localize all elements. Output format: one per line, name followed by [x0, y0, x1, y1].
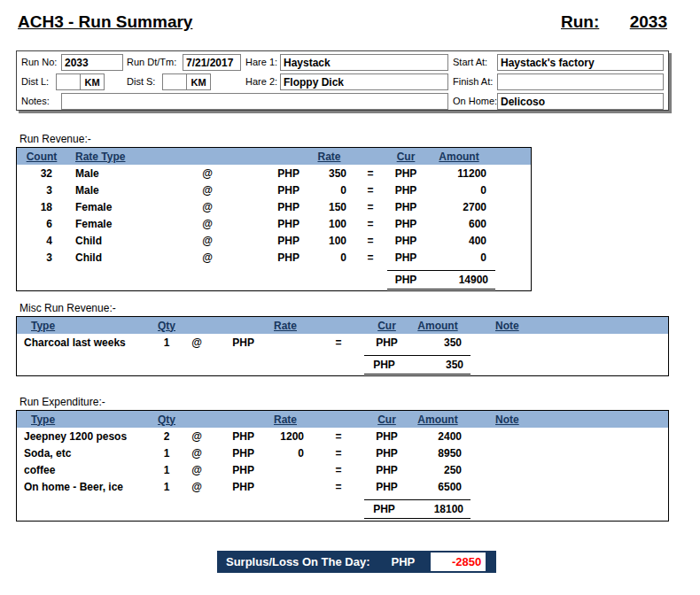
run-no-label: Run No: [21, 57, 57, 67]
hare1-input[interactable] [280, 54, 448, 71]
rate-header: Rate [263, 413, 307, 426]
amount-header: Amount [407, 320, 469, 332]
amount-cell: 400 [424, 235, 494, 247]
revenue-row: 18 Female @ PHP 150 = PHP 2700 [17, 198, 531, 215]
at-sign: @ [194, 218, 221, 230]
equals-sign: = [321, 336, 356, 349]
currency-cell: PHP [221, 184, 305, 197]
equals-sign: = [354, 201, 387, 213]
qty-cell: 1 [150, 481, 183, 493]
rate-type-cell: Male [70, 184, 194, 197]
currency-cell: PHP [387, 184, 424, 197]
finish-at-label: Finish At: [453, 76, 493, 87]
notes-input[interactable] [61, 93, 448, 110]
at-sign: @ [194, 235, 221, 247]
amount-cell: 0 [424, 184, 494, 197]
at-sign: @ [183, 464, 210, 476]
type-cell: Jeepney 1200 pesos [17, 430, 150, 443]
expenditure-total: PHP 18100 [364, 499, 471, 519]
currency-cell: PHP [367, 430, 407, 443]
at-sign: @ [194, 201, 221, 213]
count-cell: 3 [17, 251, 70, 264]
currency-cell: PHP [367, 464, 407, 476]
count-cell: 18 [17, 201, 70, 213]
amount-cell: 600 [424, 218, 494, 230]
revenue-total: PHP 14900 [387, 270, 495, 290]
at-sign: @ [183, 430, 210, 443]
rate-header: Rate [263, 320, 307, 332]
total-currency: PHP [364, 503, 404, 515]
qty-cell: 1 [150, 336, 183, 349]
expenditure-row: Soda, etc 1 @ PHP 0 = PHP 8950 [17, 444, 668, 461]
type-cell: Charcoal last weeks [17, 336, 150, 349]
surplus-currency: PHP [392, 555, 416, 568]
revenue-row: 6 Female @ PHP 100 = PHP 600 [17, 215, 531, 232]
equals-sign: = [321, 447, 356, 460]
currency-cell: PHP [387, 167, 424, 180]
count-header: Count [17, 151, 70, 163]
equals-sign: = [354, 184, 387, 197]
run-summary-page: ACH3 - Run Summary Run: 2033 Run No: Run… [0, 0, 700, 595]
currency-cell: PHP [221, 201, 305, 213]
currency-cell: PHP [210, 481, 263, 493]
misc-total: PHP 350 [364, 355, 471, 375]
run-number: 2033 [630, 12, 667, 32]
misc-revenue-table: Type Qty Rate Cur Amount Note Charcoal l… [16, 316, 669, 376]
rate-type-cell: Female [70, 201, 194, 213]
qty-cell: 1 [150, 464, 183, 476]
note-header: Note [469, 320, 668, 332]
qty-header: Qty [150, 320, 183, 332]
dist-s-input[interactable] [162, 73, 187, 90]
equals-sign: = [321, 481, 356, 493]
rate-cell: 350 [305, 167, 354, 180]
amount-cell: 2700 [424, 201, 494, 213]
currency-cell: PHP [367, 447, 407, 460]
run-dt-input[interactable] [183, 54, 241, 71]
currency-cell: PHP [387, 235, 424, 247]
currency-cell: PHP [210, 336, 263, 349]
start-at-input[interactable] [497, 54, 664, 71]
revenue-header-row: Count Rate Type Rate Cur Amount [17, 148, 531, 165]
amount-cell: 11200 [424, 167, 494, 180]
equals-sign: = [354, 251, 387, 264]
revenue-table: Count Rate Type Rate Cur Amount 32 Male … [16, 147, 532, 291]
amount-header: Amount [407, 413, 469, 426]
misc-row: Charcoal last weeks 1 @ PHP = PHP 350 [17, 334, 668, 351]
rate-header: Rate [305, 151, 354, 163]
currency-cell: PHP [221, 235, 305, 247]
count-cell: 3 [17, 184, 70, 197]
total-amount: 18100 [404, 503, 471, 515]
dist-s-label: Dist S: [127, 76, 155, 87]
at-sign: @ [194, 184, 221, 197]
count-cell: 6 [17, 218, 70, 230]
qty-cell: 2 [150, 430, 183, 443]
count-cell: 32 [17, 167, 70, 180]
total-amount: 350 [404, 359, 471, 371]
amount-cell: 8950 [407, 447, 469, 460]
run-number-header: Run: 2033 [561, 12, 667, 32]
expenditure-table: Type Qty Rate Cur Amount Note Jeepney 12… [16, 410, 669, 522]
revenue-row: 32 Male @ PHP 350 = PHP 11200 [17, 165, 531, 182]
run-no-input[interactable] [61, 54, 123, 71]
dist-l-input[interactable] [56, 73, 81, 90]
type-cell: On home - Beer, ice [17, 481, 150, 493]
rate-type-cell: Child [70, 251, 194, 264]
misc-section-label: Misc Run Revenue:- [19, 302, 116, 314]
total-amount: 14900 [424, 274, 495, 286]
amount-cell: 0 [424, 251, 494, 264]
finish-at-input[interactable] [497, 73, 664, 90]
hare2-input[interactable] [280, 73, 448, 90]
expenditure-row: coffee 1 @ PHP = PHP 250 [17, 461, 668, 478]
dist-l-label: Dist L: [21, 76, 49, 87]
expenditure-header-row: Type Qty Rate Cur Amount Note [17, 411, 668, 428]
surplus-value: -2850 [431, 552, 486, 571]
at-sign: @ [194, 251, 221, 264]
revenue-row: 4 Child @ PHP 100 = PHP 400 [17, 232, 531, 249]
on-home-input[interactable] [497, 93, 664, 110]
total-currency: PHP [364, 359, 404, 371]
rate-cell: 0 [305, 184, 354, 197]
expenditure-row: Jeepney 1200 pesos 2 @ PHP 1200 = PHP 24… [17, 428, 668, 444]
rate-type-header: Rate Type [70, 151, 194, 163]
at-sign: @ [183, 481, 210, 493]
run-label: Run: [561, 12, 599, 32]
